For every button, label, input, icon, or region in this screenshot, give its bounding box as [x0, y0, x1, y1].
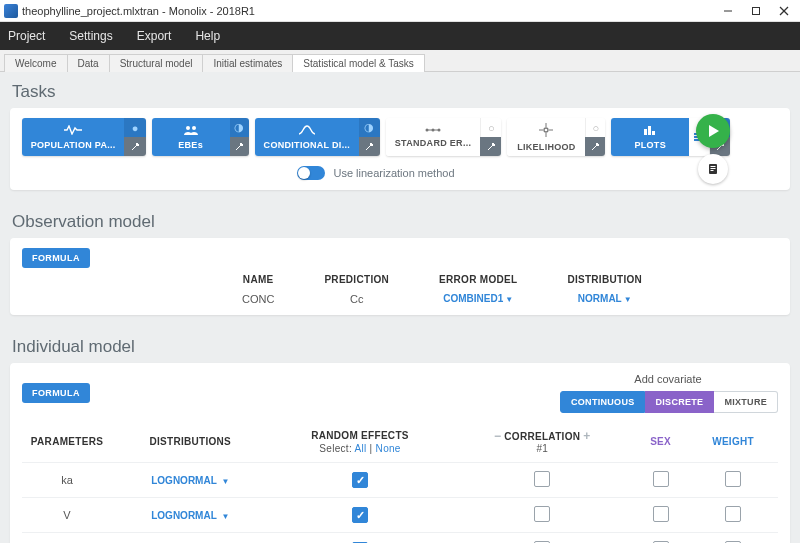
- weight-checkbox[interactable]: [725, 471, 741, 487]
- task-check-icon[interactable]: ○: [480, 118, 501, 137]
- table-row: ClLOGNORMAL ▼: [22, 533, 778, 544]
- task-label: PLOTS: [634, 141, 666, 150]
- svg-rect-25: [711, 170, 714, 171]
- covariate-discrete-button[interactable]: DISCRETE: [645, 391, 714, 413]
- task-settings-button[interactable]: [124, 137, 145, 156]
- tab-initial-estimates[interactable]: Initial estimates: [202, 54, 293, 72]
- corr-remove-icon[interactable]: −: [494, 429, 501, 443]
- task-check-icon[interactable]: ◑: [230, 118, 249, 137]
- target-icon: [539, 123, 553, 137]
- table-row: kaLOGNORMAL ▼: [22, 463, 778, 498]
- menu-project[interactable]: Project: [8, 29, 45, 43]
- menu-export[interactable]: Export: [137, 29, 172, 43]
- svg-rect-15: [644, 129, 647, 135]
- window-titlebar: theophylline_project.mlxtran - Monolix -…: [0, 0, 800, 22]
- task-card-likelihood[interactable]: LIKELIHOOD ○: [507, 118, 605, 156]
- random-effect-checkbox[interactable]: [352, 472, 368, 488]
- svg-marker-21: [709, 125, 719, 137]
- task-check-icon[interactable]: ◑: [359, 118, 380, 137]
- covariate-mixture-button[interactable]: MIXTURE: [714, 391, 778, 413]
- svg-rect-17: [652, 131, 655, 135]
- linearization-label: Use linearization method: [333, 167, 454, 179]
- individual-table: PARAMETERS DISTRIBUTIONS RANDOM EFFECTS …: [22, 421, 778, 543]
- task-settings-button[interactable]: [359, 137, 380, 156]
- bell-curve-icon: [298, 125, 316, 135]
- task-label: CONDITIONAL DI...: [264, 141, 350, 150]
- window-maximize-button[interactable]: [742, 1, 770, 21]
- weight-checkbox[interactable]: [725, 506, 741, 522]
- menubar: Project Settings Export Help: [0, 22, 800, 50]
- app-icon: [4, 4, 18, 18]
- svg-rect-24: [711, 168, 716, 169]
- dots-icon: [424, 127, 442, 133]
- task-label: STANDARD ER...: [395, 139, 472, 148]
- task-card-population-parameters[interactable]: POPULATION PA... ●: [22, 118, 146, 156]
- obs-header-error-model: ERROR MODEL: [439, 274, 517, 285]
- obs-distribution-dropdown[interactable]: NORMAL▼: [567, 293, 642, 304]
- param-name: ka: [22, 463, 112, 498]
- svg-rect-16: [648, 126, 651, 135]
- random-effect-checkbox[interactable]: [352, 507, 368, 523]
- observation-panel: FORMULA NAME CONC PREDICTION Cc ERROR MO…: [10, 238, 790, 315]
- task-label: LIKELIHOOD: [517, 143, 576, 152]
- individual-panel: FORMULA Add covariate CONTINUOUS DISCRET…: [10, 363, 790, 543]
- header-correlation: − CORRELATION + #1: [452, 421, 634, 463]
- sex-checkbox[interactable]: [653, 471, 669, 487]
- header-weight: WEIGHT: [688, 421, 778, 463]
- param-name: Cl: [22, 533, 112, 544]
- select-all-link[interactable]: All: [355, 443, 367, 454]
- param-name: V: [22, 498, 112, 533]
- tab-structural-model[interactable]: Structural model: [109, 54, 204, 72]
- tab-data[interactable]: Data: [67, 54, 110, 72]
- users-icon: [182, 125, 200, 135]
- observation-title: Observation model: [0, 202, 800, 238]
- header-parameters: PARAMETERS: [22, 421, 112, 463]
- correlation-checkbox[interactable]: [534, 506, 550, 522]
- task-label: EBEs: [178, 141, 203, 150]
- obs-header-distribution: DISTRIBUTION: [567, 274, 642, 285]
- task-settings-button[interactable]: [585, 137, 605, 156]
- task-card-standard-errors[interactable]: STANDARD ER... ○: [386, 118, 501, 156]
- tasks-title: Tasks: [0, 72, 800, 108]
- tab-statistical-model[interactable]: Statistical model & Tasks: [292, 54, 424, 72]
- tabbar: Welcome Data Structural model Initial es…: [0, 50, 800, 72]
- linearization-toggle[interactable]: [297, 166, 325, 180]
- distribution-dropdown[interactable]: LOGNORMAL ▼: [151, 475, 229, 486]
- select-none-link[interactable]: None: [376, 443, 401, 454]
- window-title: theophylline_project.mlxtran - Monolix -…: [22, 5, 255, 17]
- task-check-icon[interactable]: ●: [124, 118, 145, 137]
- run-button[interactable]: [696, 114, 730, 148]
- header-random-effects: RANDOM EFFECTS Select: All | None: [269, 421, 452, 463]
- sex-checkbox[interactable]: [653, 506, 669, 522]
- tab-welcome[interactable]: Welcome: [4, 54, 68, 72]
- svg-point-4: [186, 126, 190, 130]
- task-settings-button[interactable]: [230, 137, 249, 156]
- obs-error-dropdown[interactable]: COMBINED1▼: [439, 293, 517, 304]
- svg-rect-1: [753, 7, 760, 14]
- task-settings-button[interactable]: [480, 137, 501, 156]
- menu-settings[interactable]: Settings: [69, 29, 112, 43]
- header-sex: SEX: [633, 421, 688, 463]
- corr-add-icon[interactable]: +: [583, 429, 590, 443]
- bar-chart-icon: [643, 125, 657, 135]
- formula-button[interactable]: FORMULA: [22, 383, 90, 403]
- window-close-button[interactable]: [770, 1, 798, 21]
- correlation-checkbox[interactable]: [534, 471, 550, 487]
- distribution-dropdown[interactable]: LOGNORMAL ▼: [151, 510, 229, 521]
- tasks-panel: POPULATION PA... ● EBEs ◑: [10, 108, 790, 190]
- menu-help[interactable]: Help: [195, 29, 220, 43]
- obs-header-name: NAME: [242, 274, 274, 285]
- covariate-continuous-button[interactable]: CONTINUOUS: [560, 391, 646, 413]
- report-button[interactable]: [698, 154, 728, 184]
- formula-button[interactable]: FORMULA: [22, 248, 90, 268]
- pulse-icon: [64, 125, 82, 135]
- task-card-ebes[interactable]: EBEs ◑: [152, 118, 249, 156]
- window-minimize-button[interactable]: [714, 1, 742, 21]
- svg-point-5: [192, 126, 196, 130]
- add-covariate-label: Add covariate: [558, 373, 778, 385]
- task-check-icon[interactable]: ○: [585, 118, 605, 137]
- table-row: VLOGNORMAL ▼: [22, 498, 778, 533]
- obs-name-value: CONC: [242, 293, 274, 305]
- task-card-conditional-distribution[interactable]: CONDITIONAL DI... ◑: [255, 118, 380, 156]
- obs-header-prediction: PREDICTION: [324, 274, 389, 285]
